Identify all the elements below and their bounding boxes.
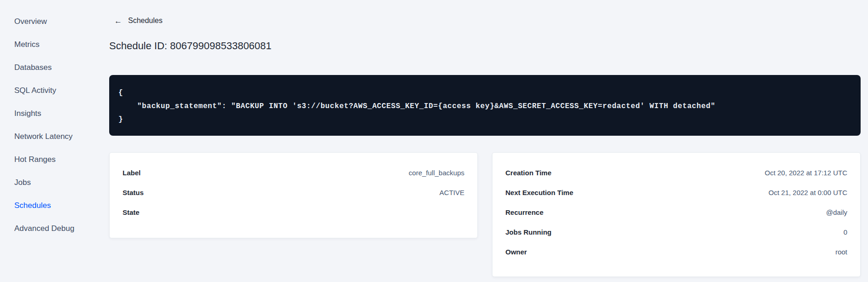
detail-label: Status <box>123 189 144 196</box>
sidebar-item-label: Hot Ranges <box>14 155 56 164</box>
detail-row: Status ACTIVE <box>123 183 464 202</box>
detail-row: Owner root <box>505 242 847 262</box>
main-content: ← Schedules Schedule ID: 806799098533806… <box>109 0 868 282</box>
code-line: } <box>118 113 851 127</box>
sidebar-item[interactable]: Metrics <box>0 33 109 56</box>
sidebar-item-label: Schedules <box>14 201 51 210</box>
detail-label: Creation Time <box>505 169 551 177</box>
detail-label: Next Execution Time <box>505 189 573 196</box>
sidebar-item-label: Insights <box>14 109 41 118</box>
detail-label: Owner <box>505 248 527 256</box>
detail-row: Label core_full_backups <box>123 163 464 183</box>
schedule-statement-code-block: { "backup_statement": "BACKUP INTO 's3:/… <box>109 75 861 136</box>
sidebar: Overview Metrics Databases SQL Activity … <box>0 0 109 282</box>
detail-value: Oct 21, 2022 at 0:00 UTC <box>768 189 847 196</box>
page-title: Schedule ID: 806799098533806081 <box>109 40 861 52</box>
sidebar-item[interactable]: SQL Activity <box>0 79 109 102</box>
detail-row: State <box>123 202 464 222</box>
schedule-timing-card: Creation Time Oct 20, 2022 at 17:12 UTC … <box>492 152 861 277</box>
detail-row: Recurrence @daily <box>505 202 847 222</box>
detail-row: Jobs Running 0 <box>505 222 847 242</box>
sidebar-item-label: Network Latency <box>14 132 73 141</box>
sidebar-item-label: Metrics <box>14 40 40 49</box>
detail-label: State <box>123 208 140 216</box>
sidebar-nav: Overview Metrics Databases SQL Activity … <box>0 10 109 240</box>
detail-value: Oct 20, 2022 at 17:12 UTC <box>765 169 847 177</box>
sidebar-item-label: Overview <box>14 17 47 26</box>
sidebar-item[interactable]: Overview <box>0 10 109 33</box>
sidebar-item-label: Jobs <box>14 178 31 187</box>
detail-label: Label <box>123 169 141 177</box>
detail-row: Creation Time Oct 20, 2022 at 17:12 UTC <box>505 163 847 183</box>
back-link-label: Schedules <box>128 17 163 25</box>
sidebar-item-label: SQL Activity <box>14 86 56 95</box>
detail-value: root <box>835 248 847 256</box>
sidebar-item[interactable]: Jobs <box>0 171 109 194</box>
sidebar-item[interactable]: Advanced Debug <box>0 217 109 240</box>
sidebar-item[interactable]: Databases <box>0 56 109 79</box>
sidebar-item[interactable]: Hot Ranges <box>0 148 109 171</box>
detail-value: 0 <box>844 228 847 236</box>
detail-label: Jobs Running <box>505 228 551 236</box>
detail-value: ACTIVE <box>440 189 464 196</box>
sidebar-item-label: Advanced Debug <box>14 224 74 233</box>
code-line: { <box>118 86 851 100</box>
back-link-schedules[interactable]: ← Schedules <box>114 16 163 26</box>
sidebar-item[interactable]: Schedules <box>0 194 109 217</box>
sidebar-item[interactable]: Network Latency <box>0 125 109 148</box>
detail-value: core_full_backups <box>409 169 464 177</box>
detail-cards-row: Label core_full_backups Status ACTIVE St… <box>109 152 861 277</box>
schedule-summary-card: Label core_full_backups Status ACTIVE St… <box>109 152 478 238</box>
detail-label: Recurrence <box>505 208 544 216</box>
back-arrow-icon: ← <box>114 17 122 25</box>
detail-value: @daily <box>826 208 847 216</box>
detail-row: Next Execution Time Oct 21, 2022 at 0:00… <box>505 183 847 202</box>
sidebar-item-label: Databases <box>14 63 52 72</box>
sidebar-item[interactable]: Insights <box>0 102 109 125</box>
code-line: "backup_statement": "BACKUP INTO 's3://b… <box>118 100 851 113</box>
